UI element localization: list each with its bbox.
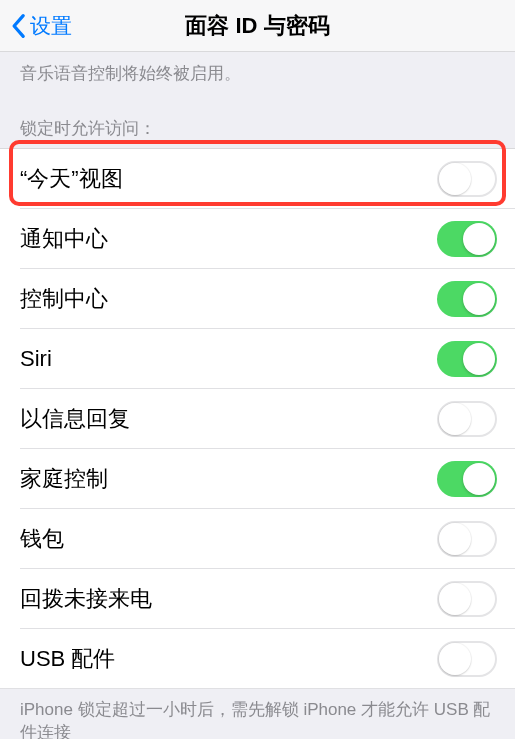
row-label: USB 配件 bbox=[20, 644, 115, 674]
settings-list: “今天”视图通知中心控制中心Siri以信息回复家庭控制钱包回拨未接来电USB 配… bbox=[0, 148, 515, 689]
row-notification-center: 通知中心 bbox=[0, 209, 515, 269]
toggle-today-view[interactable] bbox=[437, 161, 497, 197]
toggle-control-center[interactable] bbox=[437, 281, 497, 317]
toggle-siri[interactable] bbox=[437, 341, 497, 377]
toggle-knob bbox=[439, 643, 471, 675]
toggle-knob bbox=[463, 463, 495, 495]
row-wallet: 钱包 bbox=[0, 509, 515, 569]
toggle-knob bbox=[439, 403, 471, 435]
chevron-left-icon bbox=[10, 13, 26, 39]
back-button[interactable]: 设置 bbox=[10, 12, 72, 40]
toggle-knob bbox=[463, 223, 495, 255]
section-header: 锁定时允许访问： bbox=[0, 85, 515, 148]
row-control-center: 控制中心 bbox=[0, 269, 515, 329]
row-return-missed-calls: 回拨未接来电 bbox=[0, 569, 515, 629]
toggle-usb-accessories[interactable] bbox=[437, 641, 497, 677]
page-title: 面容 ID 与密码 bbox=[185, 11, 329, 41]
row-label: Siri bbox=[20, 346, 52, 372]
row-label: 回拨未接来电 bbox=[20, 584, 152, 614]
toggle-return-missed-calls[interactable] bbox=[437, 581, 497, 617]
toggle-home-control[interactable] bbox=[437, 461, 497, 497]
row-reply-with-message: 以信息回复 bbox=[0, 389, 515, 449]
toggle-knob bbox=[439, 163, 471, 195]
toggle-reply-with-message[interactable] bbox=[437, 401, 497, 437]
truncated-footer-text: 音乐语音控制将始终被启用。 bbox=[0, 52, 515, 85]
row-label: 通知中心 bbox=[20, 224, 108, 254]
row-today-view: “今天”视图 bbox=[0, 149, 515, 209]
row-label: 钱包 bbox=[20, 524, 64, 554]
row-label: 以信息回复 bbox=[20, 404, 130, 434]
toggle-knob bbox=[439, 583, 471, 615]
row-usb-accessories: USB 配件 bbox=[0, 629, 515, 689]
row-label: 家庭控制 bbox=[20, 464, 108, 494]
row-home-control: 家庭控制 bbox=[0, 449, 515, 509]
row-label: 控制中心 bbox=[20, 284, 108, 314]
toggle-knob bbox=[463, 343, 495, 375]
back-label: 设置 bbox=[30, 12, 72, 40]
toggle-notification-center[interactable] bbox=[437, 221, 497, 257]
row-siri: Siri bbox=[0, 329, 515, 389]
toggle-wallet[interactable] bbox=[437, 521, 497, 557]
navigation-bar: 设置 面容 ID 与密码 bbox=[0, 0, 515, 52]
row-label: “今天”视图 bbox=[20, 164, 123, 194]
toggle-knob bbox=[439, 523, 471, 555]
footer-text: iPhone 锁定超过一小时后，需先解锁 iPhone 才能允许 USB 配件连… bbox=[0, 689, 515, 739]
toggle-knob bbox=[463, 283, 495, 315]
